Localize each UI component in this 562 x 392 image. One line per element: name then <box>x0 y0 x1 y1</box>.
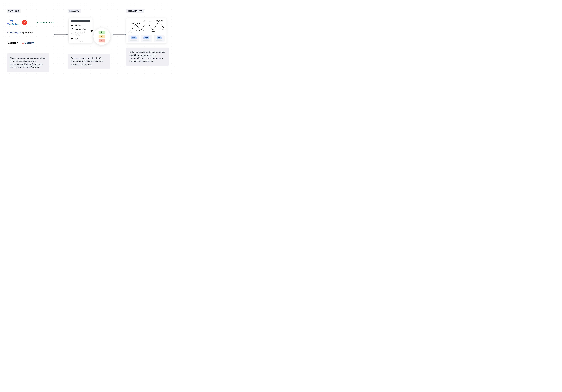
monitor-icon <box>71 24 73 26</box>
score-mid: 6 <box>99 35 105 38</box>
svg-point-14 <box>135 24 136 25</box>
score-high: 8 <box>99 31 105 34</box>
svg-point-8 <box>71 30 71 30</box>
trustradius-logo: TR TrustRadius <box>7 20 18 25</box>
tag-icon <box>71 37 73 40</box>
criterion-price: Prix <box>71 37 91 40</box>
label-activity: Activité <box>128 32 133 34</box>
score-low: 4 <box>99 39 105 43</box>
result-score-a: 8.32 <box>131 36 137 39</box>
svg-rect-7 <box>72 28 73 29</box>
svg-point-13 <box>129 32 130 32</box>
label-specificities: Spécificités <box>156 20 163 21</box>
integration-card: Activité Taille de projet Fonctionnalité… <box>126 18 167 44</box>
svg-point-12 <box>71 38 72 38</box>
g2-logo: G2 <box>22 20 27 25</box>
card-title-skeleton <box>71 20 91 22</box>
result-score-b: 8.11 <box>143 36 149 39</box>
criteria-card: Interface Fonctionnalités Réputation de … <box>69 18 93 43</box>
wifi-icon: ⦾ <box>7 32 9 34</box>
result-card-b: 8.11 <box>141 35 152 42</box>
svg-point-18 <box>158 22 159 22</box>
integration-description: Enfin, les scores sont intégrés à notre … <box>126 47 169 66</box>
analysis-column: ANALYSE Interface Fonctionnalités <box>68 9 113 69</box>
integration-tag: INTÉGRATION <box>126 9 144 13</box>
cursor-icon <box>90 29 94 33</box>
criterion-reputation: Réputation de l'éditeur <box>71 32 91 36</box>
connector-sources-analysis <box>54 34 68 34</box>
result-score-c: 7.9 <box>157 36 162 39</box>
svg-point-10 <box>72 30 73 30</box>
line-chart-svg <box>128 20 164 34</box>
sliders-icon <box>71 28 73 30</box>
criterion-interface: Interface <box>71 24 91 26</box>
diagram-stage: SOURCES TR TrustRadius G2 FORRESTER® ⦾HG… <box>0 0 178 76</box>
pagination-dots <box>71 41 91 42</box>
svg-point-17 <box>152 30 153 31</box>
svg-rect-5 <box>71 28 71 29</box>
label-project-size: Taille de projet <box>131 23 140 24</box>
svg-rect-11 <box>71 33 73 35</box>
capterra-logo: Capterra <box>22 42 34 44</box>
building-icon <box>71 33 73 35</box>
openai-logo: OpenAI <box>22 32 33 34</box>
label-deadlines: Délais <box>151 31 155 32</box>
result-cards: 8.32 8.11 7.9 <box>128 35 164 42</box>
label-features: Fonctionnalités <box>136 30 146 32</box>
integration-column: INTÉGRATION Activité Taille de projet Fo… <box>126 9 171 66</box>
score-lens: 8 6 4 <box>94 28 110 45</box>
parameters-line-chart: Activité Taille de projet Fonctionnalité… <box>128 20 164 34</box>
label-requirements: Exigences <box>160 28 166 30</box>
sources-column: SOURCES TR TrustRadius G2 FORRESTER® ⦾HG… <box>7 9 54 72</box>
trustradius-label: TrustRadius <box>7 23 18 25</box>
label-hosting: Hébergement <box>143 20 151 22</box>
sources-description: Nous regroupons dans un rapport les reto… <box>7 54 49 72</box>
trustradius-mark: TR <box>10 20 13 22</box>
svg-rect-4 <box>71 24 73 26</box>
sources-tag: SOURCES <box>7 9 21 13</box>
result-card-c: 7.9 <box>154 35 164 42</box>
analysis-tag: ANALYSE <box>68 9 81 13</box>
analysis-illustration: Interface Fonctionnalités Réputation de … <box>69 18 113 50</box>
connector-analysis-integration <box>113 34 126 34</box>
gartner-logo: Gartner. <box>7 41 19 45</box>
hginsights-logo: ⦾HGInsights <box>7 32 21 34</box>
sources-logos-grid: TR TrustRadius G2 FORRESTER® ⦾HGInsights… <box>7 19 54 47</box>
svg-point-16 <box>147 22 147 23</box>
analysis-description: Puis nous analysons plus de 30 critères … <box>68 54 110 69</box>
criterion-features: Fonctionnalités <box>71 28 91 30</box>
openai-icon <box>22 32 24 34</box>
svg-rect-6 <box>72 28 72 29</box>
svg-point-9 <box>72 30 72 30</box>
svg-point-15 <box>141 29 142 30</box>
forrester-logo: FORRESTER® <box>36 21 54 24</box>
capterra-icon <box>22 42 24 44</box>
svg-point-19 <box>163 27 164 28</box>
result-card-a: 8.32 <box>128 35 139 42</box>
